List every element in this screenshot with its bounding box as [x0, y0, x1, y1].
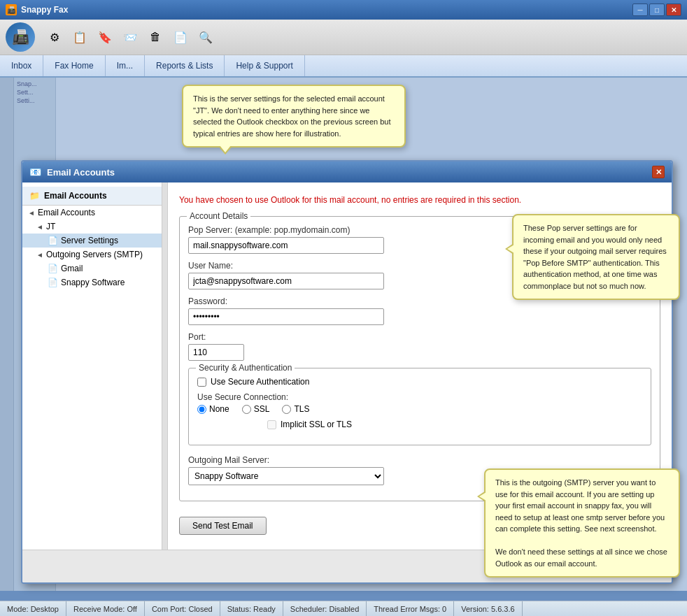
tree-item-icon: 📄 — [48, 264, 58, 273]
status-receive: Receive Mode: Off — [66, 601, 145, 616]
resize-handle — [162, 182, 168, 550]
tree-server-settings[interactable]: 📄 Server Settings — [22, 234, 162, 248]
outgoing-server-select[interactable]: Snappy Software Gmail — [188, 467, 384, 485]
app-icon: 📠 — [6, 4, 17, 15]
tree-item-icon: 📄 — [48, 278, 58, 287]
dialog-title-bar: 📧 Email Accounts ✕ — [22, 162, 672, 182]
tooltip-top: This is the server settings for the sele… — [182, 85, 406, 148]
tree-email-accounts[interactable]: ◄ Email Accounts — [22, 206, 162, 220]
info-message: You have chosen to use Outlook for this … — [179, 194, 660, 206]
tree-snappy-software[interactable]: 📄 Snappy Software — [22, 275, 162, 289]
implicit-ssl-label: Implicit SSL or TLS — [281, 420, 352, 429]
nav-fax-home[interactable]: Fax Home — [43, 55, 105, 76]
dialog-icon: 📧 — [29, 166, 41, 178]
radio-none[interactable]: None — [197, 404, 229, 414]
port-label: Port: — [188, 332, 651, 342]
send-test-email-button[interactable]: Send Test Email — [179, 517, 267, 535]
tooltip-arrow-inner — [220, 145, 231, 152]
nav-reports[interactable]: Reports & Lists — [145, 55, 225, 76]
tree-item-label: JT — [46, 222, 55, 231]
section-legend: Account Details — [187, 211, 250, 221]
status-com-port: Com Port: Closed — [145, 601, 220, 616]
tree-gmail[interactable]: 📄 Gmail — [22, 262, 162, 275]
toolbar-btn-4[interactable]: 📨 — [119, 26, 141, 48]
toolbar-btn-1[interactable]: ⚙ — [43, 26, 66, 48]
status-bar: Mode: Desktop Receive Mode: Off Com Port… — [0, 601, 687, 616]
toolbar-btn-2[interactable]: 📋 — [69, 26, 91, 48]
tree-item-label: Server Settings — [61, 236, 118, 245]
status-mode: Mode: Desktop — [0, 601, 66, 616]
secure-auth-checkbox[interactable] — [197, 378, 206, 387]
status-scheduler: Scheduler: Disabled — [283, 601, 367, 616]
secure-conn-label: Use Secure Connection: — [197, 392, 642, 402]
tooltip-smtp: This is the outgoing (SMTP) server you w… — [484, 468, 680, 578]
nav-im[interactable]: Im... — [106, 55, 145, 76]
radio-ssl-label: SSL — [254, 404, 270, 414]
title-bar: 📠 Snappy Fax ─ □ ✕ — [0, 0, 687, 20]
tree-item-label: Outgoing Servers (SMTP) — [46, 250, 143, 259]
password-group: Password: — [188, 296, 651, 325]
security-legend: Security & Authentication — [196, 363, 295, 373]
tree-arrow-icon: ◄ — [36, 251, 43, 259]
secure-conn-group: Use Secure Connection: None SSL — [197, 392, 642, 429]
app-container: 📠 ⚙ 📋 🔖 📨 🗑 📄 🔍 Inbox Fax Home Im... Rep… — [0, 20, 687, 616]
toolbar-btn-3[interactable]: 🔖 — [94, 26, 116, 48]
radio-tls-label: TLS — [294, 404, 309, 414]
nav-help-support[interactable]: Help & Support — [225, 55, 304, 76]
status-version: Version: 5.6.3.6 — [454, 601, 522, 616]
app-logo: 📠 — [6, 22, 35, 52]
status-ready: Status: Ready — [220, 601, 283, 616]
left-strip — [0, 78, 14, 591]
tooltip-smtp-text: This is the outgoing (SMTP) server you w… — [495, 477, 669, 569]
password-input[interactable] — [188, 308, 384, 325]
nav-bar: Inbox Fax Home Im... Reports & Lists Hel… — [0, 55, 687, 78]
window-controls: ─ □ ✕ — [632, 3, 681, 16]
outgoing-label: Outgoing Mail Server: — [188, 455, 651, 465]
radio-none-input[interactable] — [197, 405, 206, 414]
radio-ssl[interactable]: SSL — [242, 404, 270, 414]
tooltip-left-arrow-inner — [507, 245, 514, 253]
tree-item-label: Gmail — [61, 264, 83, 273]
tree-item-icon: 📄 — [48, 236, 58, 245]
minimize-button[interactable]: ─ — [632, 3, 648, 16]
port-input[interactable] — [188, 344, 244, 361]
security-section: Security & Authentication Use Secure Aut… — [188, 368, 651, 445]
username-input[interactable] — [188, 273, 384, 289]
dialog-sidebar: 📁 Email Accounts ◄ Email Accounts ◄ JT 📄 — [22, 182, 162, 550]
status-thread-error: Thread Error Msgs: 0 — [367, 601, 454, 616]
toolbar-btn-5[interactable]: 🗑 — [144, 26, 167, 48]
tree-arrow-icon: ◄ — [36, 223, 43, 231]
main-area: Snap... Sett... Setti... This is the ser… — [0, 78, 687, 616]
tree-root-label: Email Accounts — [44, 191, 107, 201]
toolbar-btn-6[interactable]: 📄 — [169, 26, 192, 48]
tooltip-pop-server: These Pop server settings are for incomi… — [512, 214, 680, 300]
toolbar: 📠 ⚙ 📋 🔖 📨 🗑 📄 🔍 — [0, 20, 687, 55]
nav-inbox[interactable]: Inbox — [0, 55, 43, 76]
tooltip-smtp-arrow-inner — [479, 492, 486, 501]
radio-group: None SSL TLS — [197, 404, 642, 414]
tree-jt[interactable]: ◄ JT — [22, 220, 162, 234]
radio-tls-input[interactable] — [282, 405, 291, 414]
tree-header: 📁 Email Accounts — [22, 187, 162, 206]
tree-item-label: Snappy Software — [61, 278, 125, 287]
secure-auth-label: Use Secure Authentication — [211, 377, 309, 387]
pop-server-input[interactable] — [188, 237, 384, 254]
radio-none-label: None — [209, 404, 229, 414]
maximize-button[interactable]: □ — [649, 3, 665, 16]
toolbar-btn-7[interactable]: 🔍 — [194, 26, 217, 48]
secure-auth-row: Use Secure Authentication — [197, 377, 642, 387]
implicit-ssl-row: Implicit SSL or TLS — [267, 420, 642, 429]
dialog-title: Email Accounts — [47, 167, 115, 178]
tree-item-label: Email Accounts — [38, 208, 95, 217]
close-window-button[interactable]: ✕ — [666, 3, 681, 16]
tooltip-text: These Pop server settings are for incomi… — [523, 222, 669, 292]
implicit-ssl-checkbox[interactable] — [267, 420, 276, 429]
tree-outgoing-servers[interactable]: ◄ Outgoing Servers (SMTP) — [22, 248, 162, 262]
dialog-close-button[interactable]: ✕ — [652, 166, 665, 178]
radio-tls[interactable]: TLS — [282, 404, 309, 414]
app-title: Snappy Fax — [21, 5, 68, 15]
port-group: Port: — [188, 332, 651, 361]
tree-arrow-icon: ◄ — [28, 209, 35, 217]
radio-ssl-input[interactable] — [242, 405, 251, 414]
